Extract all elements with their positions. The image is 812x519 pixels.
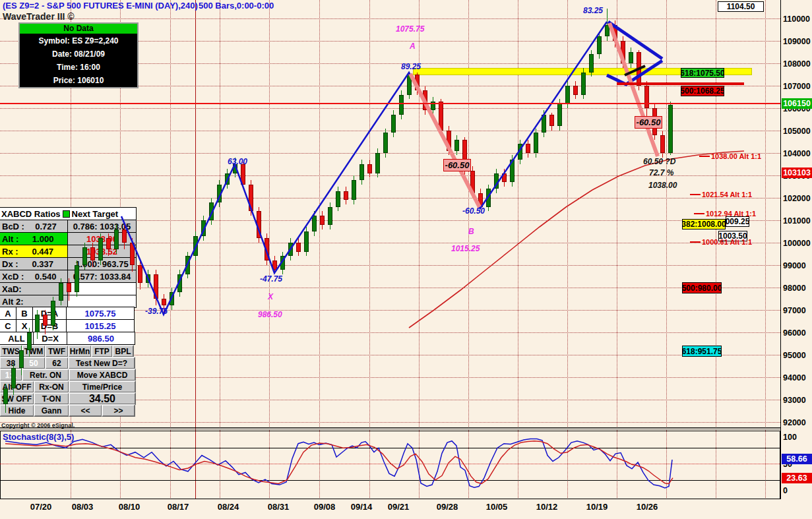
gridline-v bbox=[369, 0, 370, 499]
button-row: HideGann<<>> bbox=[0, 405, 137, 417]
twf-button[interactable]: TWF bbox=[45, 345, 69, 357]
price-tick-label: 110000 bbox=[783, 15, 810, 24]
test-new-d--button[interactable]: Test New D=? bbox=[68, 357, 135, 369]
level-badge: -60.50 bbox=[635, 116, 662, 129]
price-tick-label: 109000 bbox=[783, 37, 811, 46]
wave-annotation: -60.50 bbox=[462, 206, 485, 216]
rx-on-button[interactable]: Rx-ON bbox=[34, 381, 69, 393]
candlestick bbox=[114, 229, 119, 250]
ratios-header: XABCD Ratios Next Target bbox=[0, 207, 137, 220]
candlestick bbox=[249, 185, 253, 212]
move-xabcd-button[interactable]: Move XABCD bbox=[69, 369, 136, 381]
ratio-label-cell: Dx :0.337 bbox=[0, 257, 68, 270]
date-tick-label: 10/19 bbox=[586, 502, 608, 512]
candlestick bbox=[122, 229, 127, 243]
wave-annotation: -39.75 bbox=[145, 307, 168, 316]
alt-level-dash bbox=[690, 241, 701, 243]
date-tick-label: 08/17 bbox=[168, 502, 189, 512]
candlestick bbox=[280, 256, 285, 269]
candlestick bbox=[407, 75, 412, 95]
50-button[interactable]: 50 bbox=[22, 357, 46, 369]
xabcd-toggle-d=x[interactable]: D=X bbox=[33, 332, 67, 345]
wave-annotation: 1075.75 bbox=[396, 24, 424, 34]
candlestick bbox=[502, 173, 507, 183]
candlestick bbox=[367, 164, 372, 173]
retr-on-button[interactable]: Retr. ON bbox=[22, 369, 69, 381]
xabcd-selector-panel: ABD=A1075.75CXD=B1015.25ALLD=X986.50 bbox=[0, 307, 137, 345]
candlestick bbox=[375, 153, 380, 173]
price-tick-label: 97000 bbox=[783, 306, 806, 315]
date-tick-label: 08/03 bbox=[72, 502, 94, 512]
price-tick-label: 94000 bbox=[783, 373, 806, 382]
price-row: Price: 106010 bbox=[20, 74, 137, 87]
candlestick bbox=[185, 256, 190, 274]
candlestick bbox=[11, 368, 16, 388]
candlestick bbox=[565, 86, 570, 104]
candlestick bbox=[597, 36, 602, 54]
candlestick bbox=[447, 131, 451, 151]
stochastic-panel bbox=[0, 431, 780, 499]
hrmn-button[interactable]: HrMn bbox=[68, 345, 92, 357]
gridline-v bbox=[319, 0, 320, 499]
price-tick-label: 107000 bbox=[783, 82, 811, 91]
gridline-v bbox=[765, 0, 766, 499]
bpl-button[interactable]: BPL bbox=[112, 345, 134, 357]
xabcd-toggle-b[interactable]: B bbox=[16, 307, 33, 320]
xabcd-select-row: ALLD=X986.50 bbox=[0, 332, 137, 345]
xabcd-toggle-a[interactable]: A bbox=[0, 307, 16, 320]
xabcd-select-row: ABD=A1075.75 bbox=[0, 307, 137, 320]
t-on-button[interactable]: T-ON bbox=[34, 392, 69, 405]
current-price-line bbox=[0, 103, 780, 104]
candlestick bbox=[557, 104, 562, 126]
candlestick bbox=[391, 115, 396, 133]
target-value-cell: 1075.75 bbox=[66, 307, 135, 320]
date-tick-label: 08/10 bbox=[119, 502, 141, 512]
twm-button[interactable]: TWM bbox=[22, 345, 46, 357]
--button[interactable]: >> bbox=[102, 404, 135, 417]
candlestick bbox=[162, 299, 166, 305]
level-badge: 1104.50 bbox=[718, 1, 764, 12]
candlestick bbox=[265, 238, 269, 260]
gridline-h bbox=[0, 131, 780, 131]
candlestick bbox=[439, 102, 443, 131]
ratio-row: Dx :0.3371.000: 963.75 bbox=[0, 258, 137, 270]
candlestick bbox=[312, 216, 317, 231]
candlestick bbox=[344, 191, 348, 200]
wave-annotation: -47.75 bbox=[260, 274, 282, 284]
candlestick bbox=[3, 388, 8, 404]
symbol-info-box: No Data Symbol: ES Z9=2,240 Date: 08/21/… bbox=[18, 22, 139, 88]
stoch-50-line bbox=[0, 464, 780, 464]
chart-title: (ES Z9=2 - S&P 500 FUTURES E-MINI (DAY),… bbox=[3, 1, 198, 11]
date-tick-label: 07/20 bbox=[30, 502, 52, 512]
next-target-title: Next Target bbox=[72, 209, 119, 219]
ratios-title: XABCD Ratios bbox=[1, 209, 61, 219]
xabcd-toggle-c[interactable]: C bbox=[0, 319, 16, 332]
xabcd-toggle-x[interactable]: X bbox=[16, 319, 33, 332]
candlestick bbox=[629, 52, 633, 63]
candlestick bbox=[106, 238, 111, 249]
date-tick-label: 09/14 bbox=[351, 502, 373, 512]
62-button[interactable]: 62 bbox=[45, 357, 69, 369]
candlestick bbox=[257, 211, 261, 238]
chart-bottom-border bbox=[0, 427, 780, 428]
wave-annotation: 986.50 bbox=[258, 310, 282, 319]
ftp-button[interactable]: FTP bbox=[91, 345, 113, 357]
time-price-button[interactable]: Time/Price bbox=[69, 381, 136, 393]
date-tick-label: 09/28 bbox=[437, 502, 458, 512]
wave-annotation: 83.25 bbox=[583, 6, 603, 15]
level-badge: 500:1068.25 bbox=[681, 86, 724, 96]
candlestick bbox=[660, 135, 665, 153]
34-50-button[interactable]: 34.50 bbox=[69, 392, 136, 405]
wave-annotation: A bbox=[410, 42, 416, 51]
wave-annotation: X bbox=[268, 292, 273, 301]
candlestick bbox=[494, 173, 499, 189]
--button[interactable]: << bbox=[69, 404, 102, 417]
gann-button[interactable]: Gann bbox=[34, 404, 69, 417]
gridline-v bbox=[170, 0, 171, 499]
ratio-label-cell: XcD :0.540 bbox=[0, 270, 68, 283]
stochastic-label: Stochastic(8(3),5) bbox=[3, 432, 74, 442]
zigzag-line bbox=[121, 22, 607, 315]
ratio-label-cell: Rx :0.447 bbox=[0, 245, 68, 258]
candlestick bbox=[383, 133, 388, 153]
stoch-tick-label: 100 bbox=[783, 433, 797, 442]
